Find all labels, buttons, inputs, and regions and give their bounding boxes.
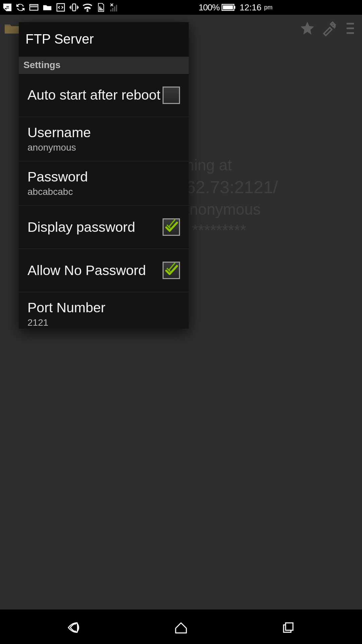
password-value: abcabcabc [27,186,180,197]
row-username[interactable]: Username anonymous [19,117,189,161]
port-label: Port Number [27,300,180,315]
folder-status-icon [42,2,52,12]
code-doc-icon [56,2,66,12]
status-bar: 100% 12:16 pm [0,0,275,15]
auto-start-checkbox[interactable] [163,87,180,104]
username-label: Username [27,125,180,140]
display-password-label: Display password [27,220,163,235]
section-header: Settings [19,57,189,74]
password-label: Password [27,169,180,184]
row-display-password[interactable]: Display password [19,206,189,249]
svg-rect-6 [102,9,103,11]
row-port-number[interactable]: Port Number 2121 [19,292,189,329]
svg-rect-9 [114,6,115,11]
clock-time: 12:16 [240,2,261,13]
status-right: 100% 12:16 pm [198,2,273,13]
allow-no-password-checkbox[interactable] [163,262,180,279]
clock-ampm: pm [264,4,273,11]
svg-rect-8 [112,8,113,11]
settings-dialog: FTP Server Settings Auto start after reb… [19,22,189,329]
row-password[interactable]: Password abcabcabc [19,161,189,206]
check-icon [164,263,179,278]
svg-rect-5 [101,8,102,10]
svg-rect-12 [223,5,233,9]
display-password-checkbox[interactable] [163,218,180,236]
row-allow-no-password[interactable]: Allow No Password [19,249,189,292]
allow-no-password-label: Allow No Password [27,263,163,278]
svg-rect-13 [234,6,235,9]
svg-rect-3 [72,4,75,11]
username-value: anonymous [27,142,180,153]
check-icon [164,219,179,235]
sim-icon [96,2,106,12]
no-signal-icon [109,2,119,12]
auto-start-label: Auto start after reboot [27,88,163,103]
svg-rect-4 [99,6,100,10]
svg-rect-10 [116,5,117,12]
battery-icon [222,2,236,12]
row-auto-start[interactable]: Auto start after reboot [19,74,189,117]
settings-list[interactable]: Auto start after reboot Username anonymo… [19,74,189,329]
status-left [2,2,119,12]
wifi-icon [82,2,93,12]
paste-arrow-icon [2,2,12,12]
svg-rect-1 [30,5,38,7]
dialog-title: FTP Server [19,22,189,57]
card-icon [29,2,39,12]
vibrate-icon [69,2,79,12]
sync-icon [15,2,25,12]
svg-rect-7 [110,10,112,12]
port-value: 2121 [27,317,180,328]
battery-percent: 100% [198,2,220,13]
